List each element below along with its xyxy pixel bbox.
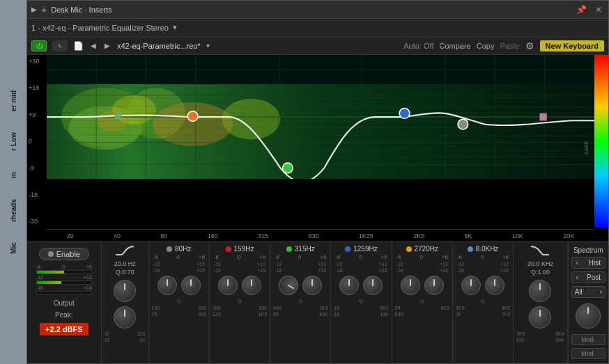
copy-button[interactable]: Copy bbox=[477, 42, 495, 50]
add-icon[interactable]: + bbox=[41, 4, 47, 15]
wave-button[interactable]: ∿ bbox=[52, 40, 68, 52]
hp-knob[interactable] bbox=[114, 280, 136, 302]
x-label-160: 160 bbox=[208, 232, 218, 239]
next-button[interactable]: ▶ bbox=[103, 42, 111, 49]
band-159hz-freq-knob[interactable] bbox=[242, 276, 261, 295]
x-label-20k: 20K bbox=[563, 232, 574, 239]
mod2-button[interactable]: Mod. bbox=[571, 348, 606, 359]
band-315hz-gain-knob[interactable] bbox=[275, 272, 302, 299]
peak-label: Peak: bbox=[55, 311, 73, 319]
band-header-80hz: 80Hz bbox=[151, 245, 208, 253]
eq-band-315hz: 315Hz -60+6 -12+12 -18+18 ◇ 4001K3 65630 bbox=[270, 242, 331, 363]
band-159hz-gain-knob[interactable] bbox=[218, 276, 238, 295]
sidebar-label-low: r Low bbox=[10, 132, 17, 151]
new-keyboard-button[interactable]: New Keyboard bbox=[540, 40, 604, 52]
eq-band-2720hz: 2720Hz -60+6 -12+12 -18+18 ◇ 2K6K3 630 bbox=[392, 242, 453, 363]
lp-knob[interactable] bbox=[529, 280, 551, 302]
peak-value-button[interactable]: +2.2 dBFS bbox=[40, 323, 88, 335]
file-icon[interactable]: 📄 bbox=[73, 41, 84, 51]
eq-band-80hz: 80Hz -60+6 -12+12 -18+18 ◇ 100200 25400 bbox=[149, 242, 210, 363]
all-button[interactable]: All › bbox=[571, 286, 606, 298]
band-2720hz-diamond: ◇ bbox=[420, 298, 424, 304]
lp-knob2[interactable] bbox=[529, 306, 551, 329]
x-label-40: 40 bbox=[114, 232, 121, 239]
band-8khz-gain-knob[interactable] bbox=[461, 276, 481, 295]
y-label-18: +18 bbox=[29, 84, 45, 91]
compare-button[interactable]: Compare bbox=[440, 42, 471, 50]
band-80hz-freq-knob[interactable] bbox=[181, 276, 201, 295]
x-label-10k: 10K bbox=[512, 232, 523, 239]
pin-button[interactable]: 📌 bbox=[574, 5, 589, 15]
hist-button[interactable]: ‹ Hist bbox=[571, 257, 606, 269]
band-label-159hz: 159Hz bbox=[234, 245, 254, 253]
prev-button[interactable]: ◀ bbox=[89, 42, 98, 49]
left-sidebar: er mid r Low m rheads Mic bbox=[0, 0, 26, 364]
collapse-arrow[interactable]: ▶ bbox=[31, 6, 37, 13]
file-dropdown-arrow[interactable]: ▾ bbox=[206, 42, 210, 49]
band-header-1259hz: 1259Hz bbox=[332, 245, 390, 253]
band-dot-159hz bbox=[226, 246, 231, 252]
title-text: Desk Mic · Inserts bbox=[51, 6, 111, 14]
enable-label: Enable bbox=[56, 250, 80, 258]
band-8khz-freq-knob[interactable] bbox=[485, 276, 504, 295]
file-name: x42-eq-Parametric...reo* bbox=[117, 42, 201, 50]
enable-button[interactable]: Enable bbox=[39, 248, 89, 260]
power-button[interactable]: ⏻ bbox=[31, 40, 47, 52]
x-label-630: 630 bbox=[308, 232, 318, 239]
plugin-number-label: 1 - x42-eq - Parametric Equalizer Stereo bbox=[31, 24, 169, 32]
x-axis: 20 40 80 160 315 630 1K25 2K5 5K 10K 20K bbox=[47, 229, 594, 242]
mod1-button[interactable]: Mod. bbox=[571, 334, 606, 345]
eq-band-159hz: 159Hz -60+6 -12+12 -18+18 ◇ 200630 1251K… bbox=[210, 242, 270, 363]
eq-band-lp: 20.0 KHz Q:1.00 3K58K4 63020K bbox=[514, 242, 568, 363]
title-bar: ▶ + Desk Mic · Inserts 📌 ✕ bbox=[27, 1, 608, 19]
y-label-n18: -18 bbox=[29, 191, 45, 198]
band-2720hz-gain-knob[interactable] bbox=[401, 276, 420, 295]
lp-q: Q:1.00 bbox=[531, 269, 550, 276]
hist-chevron: ‹ bbox=[576, 259, 578, 267]
band-label-8khz: 8.0KHz bbox=[476, 245, 499, 253]
output-label: Output bbox=[54, 299, 75, 307]
svg-point-36 bbox=[399, 109, 410, 119]
dbfs-label: dBFS bbox=[583, 141, 589, 155]
plugin-header: 1 - x42-eq - Parametric Equalizer Stereo… bbox=[27, 19, 608, 37]
band-2720hz-freq-knob[interactable] bbox=[424, 276, 444, 295]
spectrum-knob[interactable] bbox=[576, 303, 601, 329]
gear-icon[interactable]: ⚙ bbox=[525, 40, 534, 52]
band-label-2720hz: 2720Hz bbox=[415, 245, 438, 253]
plugin-dropdown-arrow[interactable]: ▾ bbox=[173, 23, 177, 32]
hist-label: Hist bbox=[589, 259, 601, 267]
post-button[interactable]: ‹ Post bbox=[571, 271, 606, 283]
eq-band-1259hz: 1259Hz -60+6 -12+12 -18+18 ◇ 1K3K2 1K10K bbox=[331, 242, 392, 363]
eq-band-hp: 20.0 Hz Q:0.70 30315 101K bbox=[102, 242, 149, 363]
band-80hz-gain-knob[interactable] bbox=[157, 276, 177, 295]
band-header-159hz: 159Hz bbox=[211, 245, 268, 253]
x-label-20: 20 bbox=[67, 232, 74, 239]
y-label-n30: -30 bbox=[29, 218, 45, 225]
band-dot-1259hz bbox=[345, 246, 350, 252]
close-button[interactable]: ✕ bbox=[593, 5, 604, 15]
y-label-30: +30 bbox=[29, 58, 45, 65]
eq-band-8khz: 8.0KHz -60+6 -12+12 -18+18 ◇ 3K93K5 2K7K… bbox=[453, 242, 514, 363]
band-8khz-diamond: ◇ bbox=[481, 298, 485, 304]
auto-off-button[interactable]: Auto: Off bbox=[403, 42, 433, 50]
sidebar-label-heads: rheads bbox=[10, 199, 17, 222]
band-label-80hz: 80Hz bbox=[175, 245, 191, 253]
svg-rect-38 bbox=[539, 113, 546, 120]
plugin-window: ▶ + Desk Mic · Inserts 📌 ✕ 1 - x42-eq - … bbox=[26, 0, 609, 364]
band-header-lp bbox=[515, 245, 566, 256]
x-label-1k25: 1K25 bbox=[359, 232, 373, 239]
band-315hz-freq-knob[interactable] bbox=[302, 276, 322, 295]
band-header-8khz: 8.0KHz bbox=[454, 245, 511, 253]
spectrum-svg bbox=[47, 55, 594, 179]
spectrum-label: Spectrum bbox=[573, 246, 603, 254]
band-1259hz-gain-knob[interactable] bbox=[339, 276, 359, 295]
band-dot-315hz bbox=[286, 246, 292, 252]
band-label-315hz: 315Hz bbox=[295, 245, 315, 253]
svg-point-35 bbox=[283, 163, 293, 173]
band-80hz-freq: ◇ bbox=[177, 298, 181, 304]
band-1259hz-freq-knob[interactable] bbox=[363, 276, 383, 295]
paste-button[interactable]: Paste bbox=[500, 42, 519, 50]
sidebar-label-mic: Mic bbox=[10, 242, 17, 254]
hp-knob2[interactable] bbox=[114, 306, 136, 329]
post-chevron: ‹ bbox=[576, 274, 578, 281]
